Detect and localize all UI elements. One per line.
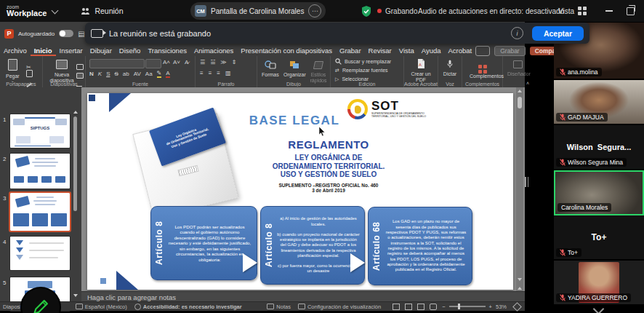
- text-shadow-button[interactable]: ab: [123, 71, 129, 77]
- video-tile-carolina-morales-active[interactable]: Carolina Morales: [554, 170, 644, 215]
- zoom-out-button[interactable]: −: [442, 304, 445, 310]
- notes-area[interactable]: Haga clic para agregar notas: [81, 291, 525, 302]
- panel-scroll-up-icon[interactable]: [73, 111, 78, 114]
- bullets-button[interactable]: ☰: [200, 59, 205, 66]
- arrange-button[interactable]: Organizar: [283, 59, 306, 78]
- minimize-button[interactable]: [605, 0, 613, 22]
- tab-meeting[interactable]: Reunión: [81, 7, 123, 15]
- tab-diseno[interactable]: Diseño: [116, 45, 145, 56]
- zoom-slider[interactable]: [449, 306, 486, 307]
- sot-logo[interactable]: SOT SUPERINTENDENCIA DE ORDENAMIENTO TER…: [347, 99, 426, 119]
- tab-transiciones[interactable]: Transiciones: [144, 45, 190, 56]
- bold-button[interactable]: N: [89, 71, 94, 77]
- article-box-3[interactable]: Artículo 68 Los GAD en un plazo no mayor…: [368, 207, 472, 285]
- article-box-1[interactable]: Artículo 8 Los PDOT podrán ser actualiza…: [150, 206, 257, 280]
- slide[interactable]: BASE LEGAL SOT SUPERINTENDENCIA DE ORDEN…: [87, 93, 513, 290]
- char-spacing-button[interactable]: AV: [134, 71, 141, 77]
- sidebar-scroll-down-icon[interactable]: [593, 304, 605, 313]
- shapes-button[interactable]: Formas: [262, 59, 279, 78]
- slideshow-button[interactable]: [430, 304, 437, 310]
- accessibility-status[interactable]: Accesibilidad: es necesario investigar: [143, 304, 242, 310]
- fit-to-window-icon[interactable]: [512, 302, 522, 312]
- scroll-down-icon[interactable]: [518, 278, 522, 281]
- restore-button[interactable]: [627, 0, 635, 22]
- addins-button[interactable]: Complementos: [470, 58, 496, 79]
- slide-thumbnail-1[interactable]: SIPTUGS: [10, 114, 70, 148]
- comments-icon[interactable]: [475, 46, 490, 56]
- new-slide-button[interactable]: Nueva diapositiva: [47, 59, 76, 84]
- align-center-button[interactable]: ≡: [209, 70, 212, 76]
- scrollbar-thumb[interactable]: [518, 97, 522, 108]
- change-case-button[interactable]: Aa: [145, 71, 153, 77]
- font-size-select[interactable]: [145, 59, 161, 68]
- grow-font-button[interactable]: A˄: [163, 59, 170, 66]
- display-settings-button[interactable]: Configuración de visualización: [307, 304, 381, 310]
- line-spacing-button[interactable]: ⇕: [232, 59, 237, 66]
- font-name-select[interactable]: [89, 59, 145, 68]
- view-button[interactable]: Vista: [558, 0, 587, 22]
- shrink-font-button[interactable]: A˅: [173, 59, 180, 66]
- slide-sorter-view-button[interactable]: [405, 304, 412, 310]
- autosave-toggle[interactable]: [59, 30, 73, 37]
- info-icon[interactable]: i: [511, 27, 523, 39]
- slide-thumbnail-4[interactable]: [10, 237, 70, 270]
- record-button[interactable]: Grabar: [494, 46, 525, 56]
- find-replace-button[interactable]: Buscar y reemplazar: [335, 58, 391, 65]
- tab-revisar[interactable]: Revisar: [365, 45, 395, 56]
- previous-slide-button[interactable]: [518, 287, 522, 290]
- tab-ayuda[interactable]: Ayuda: [418, 45, 445, 56]
- panel-resize-handle[interactable]: [525, 177, 530, 187]
- save-icon[interactable]: ▤: [78, 30, 84, 38]
- video-tile-yadira-guerrero[interactable]: YADIRA GUERRERO: [554, 261, 644, 304]
- tab-archivo[interactable]: Archivo: [0, 45, 31, 56]
- book-image[interactable]: Ley Orgánica de Ordenamiento Territorial…: [127, 112, 251, 221]
- video-tile-to-plus[interactable]: To+ To+: [554, 215, 644, 259]
- tab-presentacion[interactable]: Presentación con diapositivas: [237, 45, 336, 56]
- tab-animaciones[interactable]: Animaciones: [190, 45, 237, 56]
- indent-button[interactable]: ≫: [220, 59, 226, 66]
- canvas-scrollbar[interactable]: [516, 87, 523, 300]
- tab-grabar[interactable]: Grabar: [336, 45, 365, 56]
- notes-toggle[interactable]: Notas: [276, 304, 291, 310]
- create-pdf-button[interactable]: A Crear un PDF: [410, 58, 432, 83]
- chevron-down-icon[interactable]: [52, 7, 59, 14]
- tab-shared-screen[interactable]: CM Pantalla de Carolina Morales: [190, 2, 326, 20]
- zoom-slider-knob[interactable]: [458, 304, 460, 309]
- tab-dibujar[interactable]: Dibujar: [86, 45, 116, 56]
- highlight-color-button[interactable]: ✎: [157, 70, 162, 78]
- more-options-icon[interactable]: [308, 4, 321, 17]
- scroll-up-icon[interactable]: [518, 90, 522, 92]
- clear-format-button[interactable]: A̷: [185, 59, 188, 66]
- quick-styles-button[interactable]: Estilos rápidos: [308, 59, 329, 84]
- language-button[interactable]: Español (México): [85, 304, 127, 310]
- strikethrough-button[interactable]: S: [114, 71, 118, 77]
- zoom-in-button[interactable]: +: [489, 304, 492, 310]
- dictate-button[interactable]: Dictar: [442, 58, 458, 77]
- numbering-button[interactable]: ☱: [210, 59, 215, 66]
- replace-fonts-button[interactable]: ⇄ Reemplazar fuentes: [335, 67, 388, 74]
- font-color-button[interactable]: A: [166, 70, 169, 78]
- align-right-button[interactable]: ≡: [217, 70, 220, 76]
- panel-scroll-down-icon[interactable]: [73, 294, 78, 297]
- slide-thumbnail-3-selected[interactable]: [10, 193, 70, 231]
- paste-button[interactable]: Pegar: [6, 59, 20, 82]
- reading-view-button[interactable]: [417, 304, 424, 310]
- underline-button[interactable]: S: [106, 71, 110, 77]
- slide-thumbnail-2[interactable]: [10, 154, 70, 189]
- tab-acrobat[interactable]: Acrobat: [445, 45, 476, 56]
- security-shield-icon[interactable]: [361, 6, 371, 17]
- article-box-2[interactable]: Artículo 8 a) Al inicio de gestión de la…: [260, 206, 365, 285]
- tab-vista[interactable]: Vista: [395, 45, 418, 56]
- panel-scrollbar[interactable]: [73, 116, 77, 211]
- columns-button[interactable]: ▥: [225, 70, 231, 76]
- normal-view-button[interactable]: [393, 304, 400, 310]
- zoom-percent[interactable]: 53%: [496, 304, 507, 310]
- designer-button[interactable]: Diseñador: [507, 58, 528, 77]
- video-tile-gad-majua[interactable]: GAD MAJUA: [554, 80, 644, 124]
- tab-inicio[interactable]: Inicio: [31, 45, 56, 56]
- collapse-ribbon-icon[interactable]: ˄: [526, 81, 529, 86]
- align-left-button[interactable]: ≡: [200, 70, 204, 76]
- accept-button[interactable]: Aceptar: [532, 26, 584, 41]
- slide-heading-block[interactable]: REGLAMENTO LEY ORGÁNICA DE ORDENAMIENTO …: [249, 138, 408, 193]
- italic-button[interactable]: K: [98, 71, 102, 77]
